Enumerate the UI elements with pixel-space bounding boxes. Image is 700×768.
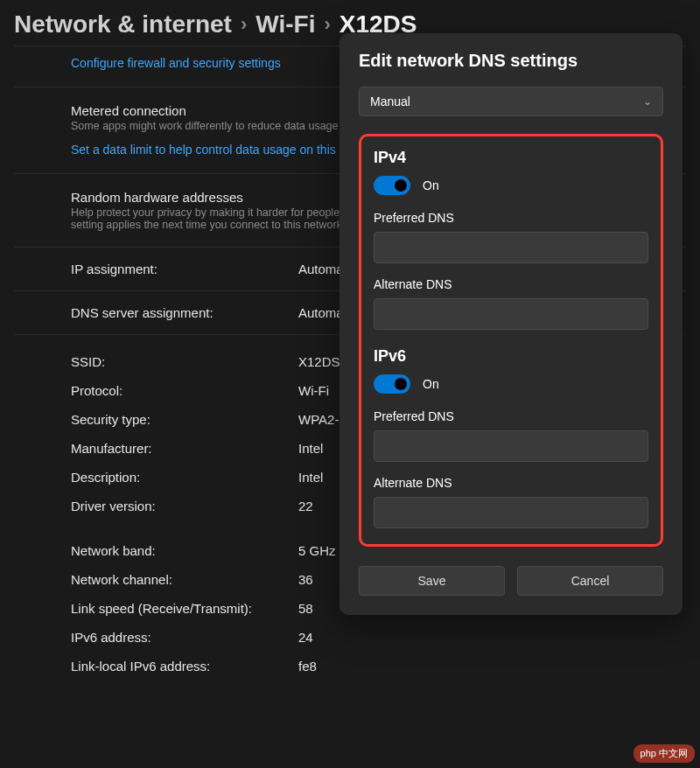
detail-label: SSID: — [71, 354, 298, 369]
dropdown-value: Manual — [370, 94, 410, 108]
ipv4-heading: IPv4 — [374, 149, 648, 167]
detail-value: Intel — [298, 470, 323, 485]
data-limit-link[interactable]: Set a data limit to help control data us… — [71, 143, 382, 157]
save-button[interactable]: Save — [359, 566, 505, 596]
detail-value: 36 — [298, 572, 313, 587]
detail-value: 5 GHz — [298, 543, 336, 558]
detail-label: Network band: — [71, 543, 298, 558]
breadcrumb-root[interactable]: Network & internet — [14, 10, 232, 38]
ipv6-preferred-label: Preferred DNS — [374, 409, 648, 423]
ipv6-alternate-label: Alternate DNS — [374, 476, 648, 490]
detail-value: fe8 — [298, 659, 317, 674]
detail-label: Link-local IPv6 address: — [71, 659, 298, 674]
highlight-box: IPv4 On Preferred DNS Alternate DNS IPv6… — [359, 134, 663, 547]
ipv6-preferred-input[interactable] — [374, 430, 648, 462]
chevron-right-icon: › — [324, 13, 330, 36]
detail-value: Wi-Fi — [298, 383, 329, 398]
detail-label: Network channel: — [71, 572, 298, 587]
detail-value: Intel — [298, 441, 323, 456]
detail-label: Description: — [71, 470, 298, 485]
ipv6-heading: IPv6 — [374, 347, 648, 366]
toggle-knob — [395, 179, 407, 192]
firewall-link[interactable]: Configure firewall and security settings — [71, 56, 281, 70]
detail-value: X12DS — [298, 354, 340, 369]
detail-label: Manufacturer: — [71, 441, 298, 456]
ipv6-toggle-label: On — [423, 377, 439, 391]
ipv4-alternate-label: Alternate DNS — [374, 277, 648, 291]
ipv4-block: IPv4 On Preferred DNS Alternate DNS — [374, 149, 648, 344]
detail-label: Driver version: — [71, 499, 298, 513]
detail-value: 24 — [298, 630, 313, 645]
detail-label: IPv6 address: — [71, 630, 298, 645]
detail-label: Security type: — [71, 412, 298, 427]
ipv4-toggle[interactable] — [374, 176, 410, 195]
detail-value: 22 — [298, 499, 313, 513]
ip-assignment-label: IP assignment: — [71, 262, 298, 276]
ipv6-block: IPv6 On Preferred DNS Alternate DNS — [374, 347, 648, 528]
ipv4-preferred-input[interactable] — [374, 232, 648, 263]
dialog-title: Edit network DNS settings — [359, 51, 663, 71]
ipv4-preferred-label: Preferred DNS — [374, 211, 648, 225]
watermark: php 中文网 — [634, 744, 695, 763]
chevron-right-icon: › — [241, 13, 247, 36]
cancel-button[interactable]: Cancel — [517, 566, 663, 596]
detail-label: Link speed (Receive/Transmit): — [71, 601, 298, 616]
detail-label: Protocol: — [71, 383, 298, 398]
chevron-down-icon: ⌄ — [643, 95, 652, 108]
toggle-knob — [395, 378, 407, 390]
dns-mode-dropdown[interactable]: Manual ⌄ — [359, 87, 663, 116]
breadcrumb-wifi[interactable]: Wi-Fi — [256, 10, 315, 38]
ipv6-toggle[interactable] — [374, 374, 410, 394]
ipv6-alternate-input[interactable] — [374, 497, 648, 528]
ipv4-alternate-input[interactable] — [374, 298, 648, 330]
ipv4-toggle-label: On — [423, 178, 439, 192]
detail-value: 58 — [298, 601, 313, 616]
dns-assignment-label: DNS server assignment: — [71, 305, 298, 320]
dns-dialog: Edit network DNS settings Manual ⌄ IPv4 … — [340, 33, 682, 615]
